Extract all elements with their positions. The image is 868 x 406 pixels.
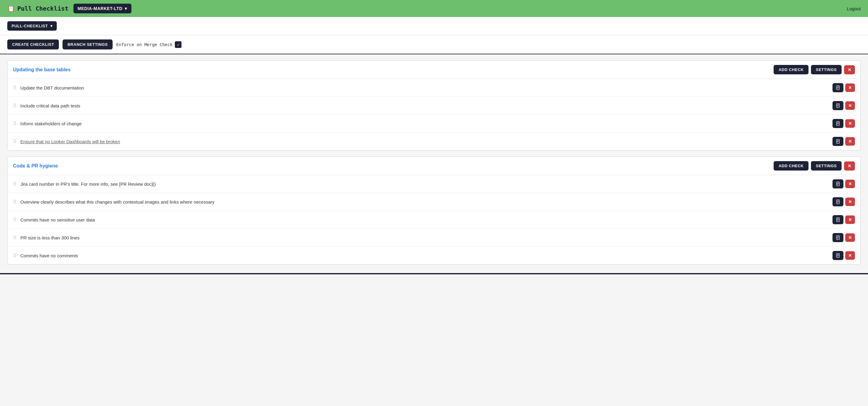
app-title-text: Pull Checklist <box>17 5 69 12</box>
check-item-text-1-4: Ensure that no Looker Dashboards will be… <box>20 139 829 144</box>
app-icon: 📋 <box>7 5 15 12</box>
edit-item-button-1-3[interactable] <box>833 119 843 128</box>
pull-checklist-label: PULL-CHECKLIST <box>11 24 48 28</box>
section-header-2: Code & PR hygieneADD CHECKSETTINGS✕ <box>8 157 860 175</box>
main-content: Updating the base tablesADD CHECKSETTING… <box>0 54 868 271</box>
drag-handle-icon[interactable]: ⠿ <box>13 121 17 127</box>
toolbar: CREATE CHECKLIST BRANCH SETTINGS Enforce… <box>0 35 868 54</box>
item-actions-2-4: ✕ <box>833 233 855 242</box>
add-check-button-2[interactable]: ADD CHECK <box>774 161 808 170</box>
drag-handle-icon[interactable]: ⠿ <box>13 85 17 91</box>
item-actions-1-1: ✕ <box>833 83 855 92</box>
section-title-1: Updating the base tables <box>13 67 70 72</box>
item-actions-2-5: ✕ <box>833 251 855 260</box>
check-item-text-2-2: Overview clearly describes what this cha… <box>20 199 829 205</box>
dropdown-chevron-icon: ▾ <box>51 24 53 28</box>
check-item-1-4: ⠿Ensure that no Looker Dashboards will b… <box>8 133 860 150</box>
delete-section-button-1[interactable]: ✕ <box>844 65 855 74</box>
drag-handle-icon[interactable]: ⠿ <box>13 199 17 205</box>
check-item-1-1: ⠿Update the DBT documentation✕ <box>8 79 860 97</box>
pull-checklist-dropdown[interactable]: PULL-CHECKLIST ▾ <box>7 21 57 31</box>
item-actions-2-2: ✕ <box>833 197 855 206</box>
check-item-text-2-5: Commits have no comments <box>20 253 829 258</box>
check-item-2-5: ⠿Commits have no comments✕ <box>8 247 860 264</box>
enforce-checkbox[interactable]: ✓ <box>175 41 182 48</box>
checklist-section-2: Code & PR hygieneADD CHECKSETTINGS✕⠿Jira… <box>7 157 861 264</box>
enforce-text: Enforce on Merge Check <box>116 42 173 47</box>
app-title: 📋 Pull Checklist <box>7 5 69 12</box>
drag-handle-icon[interactable]: ⠿ <box>13 217 17 223</box>
delete-item-button-2-4[interactable]: ✕ <box>845 233 855 242</box>
check-item-text-1-3: Inform stakeholders of change <box>20 121 829 126</box>
delete-item-button-2-2[interactable]: ✕ <box>845 197 855 206</box>
item-actions-1-4: ✕ <box>833 137 855 146</box>
check-item-text-2-1: Jira card number in PR's title. For more… <box>20 182 829 187</box>
top-nav: 📋 Pull Checklist MEDIA-MARKET-LTD ▾ Logo… <box>0 0 868 17</box>
bottom-border <box>0 273 868 274</box>
check-item-text-1-1: Update the DBT documentation <box>20 85 829 90</box>
sub-nav: PULL-CHECKLIST ▾ <box>0 17 868 35</box>
org-dropdown[interactable]: MEDIA-MARKET-LTD ▾ <box>73 4 131 13</box>
item-actions-2-3: ✕ <box>833 215 855 224</box>
checklist-section-1: Updating the base tablesADD CHECKSETTING… <box>7 60 861 151</box>
settings-button-1[interactable]: SETTINGS <box>811 65 842 74</box>
section-header-1: Updating the base tablesADD CHECKSETTING… <box>8 61 860 79</box>
edit-item-button-2-3[interactable] <box>833 215 843 224</box>
section-actions-2: ADD CHECKSETTINGS✕ <box>774 161 855 170</box>
check-item-1-2: ⠿Include critical data path tests✕ <box>8 97 860 115</box>
check-item-2-1: ⠿Jira card number in PR's title. For mor… <box>8 175 860 193</box>
item-actions-1-2: ✕ <box>833 101 855 110</box>
edit-item-button-2-4[interactable] <box>833 233 843 242</box>
nav-left: 📋 Pull Checklist MEDIA-MARKET-LTD ▾ <box>7 4 131 13</box>
settings-button-2[interactable]: SETTINGS <box>811 161 842 170</box>
delete-item-button-1-3[interactable]: ✕ <box>845 119 855 128</box>
drag-handle-icon[interactable]: ⠿ <box>13 235 17 241</box>
logout-button[interactable]: Logout <box>847 6 861 11</box>
delete-item-button-2-3[interactable]: ✕ <box>845 215 855 224</box>
item-actions-2-1: ✕ <box>833 179 855 188</box>
edit-item-button-1-1[interactable] <box>833 83 843 92</box>
check-item-text-2-4: PR size is less than 300 lines <box>20 235 829 240</box>
item-actions-1-3: ✕ <box>833 119 855 128</box>
delete-item-button-1-1[interactable]: ✕ <box>845 84 855 92</box>
check-item-2-3: ⠿Commits have no sensitive user data✕ <box>8 211 860 229</box>
check-item-2-4: ⠿PR size is less than 300 lines✕ <box>8 229 860 247</box>
check-item-1-3: ⠿Inform stakeholders of change✕ <box>8 115 860 133</box>
check-item-text-1-2: Include critical data path tests <box>20 103 829 108</box>
edit-item-button-1-4[interactable] <box>833 137 843 146</box>
edit-item-button-1-2[interactable] <box>833 101 843 110</box>
drag-handle-icon[interactable]: ⠿ <box>13 181 17 187</box>
drag-handle-icon[interactable]: ⠿ <box>13 253 17 258</box>
section-actions-1: ADD CHECKSETTINGS✕ <box>774 65 855 74</box>
delete-item-button-1-2[interactable]: ✕ <box>845 101 855 110</box>
add-check-button-1[interactable]: ADD CHECK <box>774 65 808 74</box>
edit-item-button-2-1[interactable] <box>833 179 843 188</box>
org-name: MEDIA-MARKET-LTD <box>78 6 123 11</box>
org-chevron-icon: ▾ <box>125 6 127 11</box>
enforce-merge-check-label: Enforce on Merge Check ✓ <box>116 41 182 48</box>
delete-item-button-2-1[interactable]: ✕ <box>845 180 855 188</box>
edit-item-button-2-2[interactable] <box>833 197 843 206</box>
check-item-2-2: ⠿Overview clearly describes what this ch… <box>8 193 860 211</box>
delete-item-button-2-5[interactable]: ✕ <box>845 251 855 260</box>
sub-nav-inner: PULL-CHECKLIST ▾ <box>7 21 861 31</box>
drag-handle-icon[interactable]: ⠿ <box>13 139 17 145</box>
edit-item-button-2-5[interactable] <box>833 251 843 260</box>
create-checklist-button[interactable]: CREATE CHECKLIST <box>7 39 59 50</box>
delete-section-button-2[interactable]: ✕ <box>844 161 855 170</box>
drag-handle-icon[interactable]: ⠿ <box>13 103 17 108</box>
check-item-text-2-3: Commits have no sensitive user data <box>20 217 829 222</box>
branch-settings-button[interactable]: BRANCH SETTINGS <box>63 39 112 50</box>
delete-item-button-1-4[interactable]: ✕ <box>845 137 855 146</box>
section-title-2: Code & PR hygiene <box>13 163 58 169</box>
